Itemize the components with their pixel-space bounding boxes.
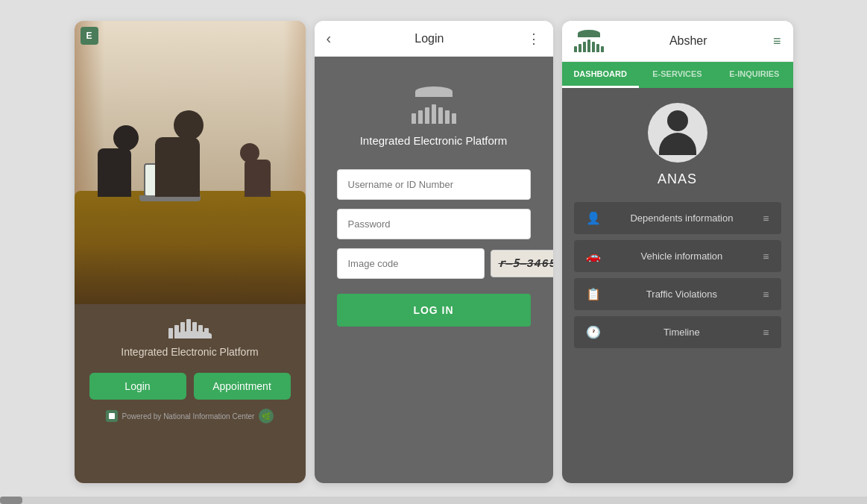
tab-eservices[interactable]: E-SERVICES (639, 62, 716, 88)
platform-title-welcome: Integrated Electronic Platform (121, 346, 258, 358)
dashboard-body: ANAS 👤 Dependents information ≡ 🚗 Vehicl… (562, 88, 793, 483)
user-name: ANAS (658, 171, 697, 187)
avatar-body (659, 133, 696, 155)
absher-logo-bar-5 (592, 42, 595, 52)
powered-text: Powered by National Information Center (122, 412, 255, 420)
nic-logo: 🌿 (259, 409, 274, 423)
tab-dashboard[interactable]: DASHBOARD (562, 62, 639, 88)
menu-item-traffic[interactable]: 📋 Traffic Violations ≡ (574, 278, 781, 310)
dependents-icon: 👤 (586, 211, 601, 225)
back-button[interactable]: ‹ (327, 30, 332, 47)
more-options-button[interactable]: ⋮ (527, 31, 540, 47)
avatar (648, 103, 707, 163)
login-screen: ‹ Login ⋮ Integrated Electronic Platform (315, 21, 553, 483)
welcome-bottom: Integrated Electronic Platform Login App… (75, 304, 306, 483)
avatar-head (667, 110, 688, 131)
vehicle-menu-icon: ≡ (763, 251, 769, 262)
login-logo-bar-1 (412, 113, 416, 124)
dashboard-screen: Absher ≡ DASHBOARD E-SERVICES E-INQUIRIE… (562, 21, 793, 483)
login-button[interactable]: Login (89, 373, 186, 400)
badge-e: E (81, 27, 98, 45)
family-photo-area: ⬛ (75, 21, 306, 304)
captcha-text: r̶5̶34659 (499, 256, 553, 271)
dependents-menu-icon: ≡ (763, 212, 769, 224)
absher-logo-bar-3 (583, 42, 586, 52)
nav-tabs: DASHBOARD E-SERVICES E-INQUIRIES (562, 62, 793, 88)
username-input[interactable] (337, 169, 531, 200)
menu-item-timeline[interactable]: 🕐 Timeline ≡ (574, 316, 781, 348)
action-buttons: Login Appointment (89, 373, 291, 400)
password-input[interactable] (337, 209, 531, 239)
login-header: ‹ Login ⋮ (315, 21, 553, 57)
login-submit-button[interactable]: LOG IN (337, 294, 531, 327)
absher-logo-bar-1 (574, 46, 577, 52)
login-title: Login (414, 32, 444, 45)
login-logo (412, 86, 456, 124)
logo-icon (168, 319, 212, 338)
login-logo-bar-3 (425, 107, 429, 124)
timeline-icon: 🕐 (586, 325, 601, 339)
dependents-label: Dependents information (610, 212, 754, 224)
login-logo-bar-6 (445, 110, 450, 124)
captcha-image: r̶5̶34659 ↻ (491, 250, 553, 277)
app-title: Absher (669, 34, 707, 48)
login-platform-title: Integrated Electronic Platform (360, 134, 508, 147)
login-body: Integrated Electronic Platform r̶5̶34659… (315, 57, 553, 483)
hamburger-menu-icon[interactable]: ≡ (773, 34, 781, 49)
login-logo-bar-5 (438, 107, 443, 124)
traffic-label: Traffic Violations (610, 289, 754, 300)
absher-logo-bar-6 (596, 44, 599, 52)
vehicle-icon: 🚗 (586, 249, 601, 263)
login-logo-bar-2 (418, 110, 423, 124)
welcome-screen: E ⬛ (75, 21, 306, 483)
timeline-menu-icon: ≡ (763, 327, 769, 338)
traffic-menu-icon: ≡ (763, 289, 769, 300)
absher-logo-bar-7 (601, 46, 604, 52)
absher-logo-bar-2 (578, 44, 581, 52)
nic-icon (106, 410, 118, 422)
menu-item-vehicle[interactable]: 🚗 Vehicle information ≡ (574, 240, 781, 272)
vehicle-label: Vehicle information (610, 251, 754, 262)
absher-logo-bar-4 (587, 40, 590, 52)
dashboard-header: Absher ≡ (562, 21, 793, 62)
powered-row: Powered by National Information Center 🌿 (106, 409, 274, 423)
menu-item-dependents[interactable]: 👤 Dependents information ≡ (574, 202, 781, 234)
timeline-label: Timeline (610, 327, 754, 338)
horizontal-scrollbar[interactable] (0, 497, 867, 504)
captcha-row: r̶5̶34659 ↻ (337, 248, 531, 279)
absher-logo (574, 30, 604, 52)
login-logo-bar-4 (432, 104, 436, 124)
appointment-button[interactable]: Appointment (194, 373, 291, 400)
login-logo-bar-7 (452, 113, 456, 124)
tab-einquiries[interactable]: E-INQUIRIES (716, 62, 792, 88)
captcha-input[interactable] (337, 248, 485, 279)
logo-bar-1 (168, 328, 173, 338)
scrollbar-thumb[interactable] (0, 497, 22, 504)
traffic-icon: 📋 (586, 287, 601, 301)
